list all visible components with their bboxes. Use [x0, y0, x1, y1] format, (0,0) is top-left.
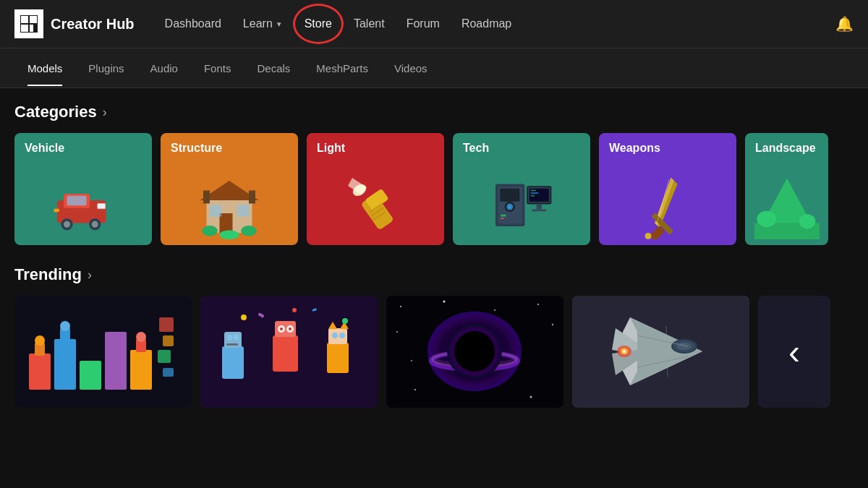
- store-circle: Store: [305, 17, 332, 30]
- nav-dashboard[interactable]: Dashboard: [156, 12, 230, 36]
- nav-forum[interactable]: Forum: [398, 12, 448, 36]
- svg-point-26: [241, 226, 257, 236]
- svg-rect-24: [249, 191, 255, 204]
- category-tech[interactable]: Tech: [453, 133, 590, 245]
- tab-decals[interactable]: Decals: [244, 51, 303, 86]
- svg-rect-54: [650, 226, 665, 239]
- category-vehicle-label: Vehicle: [25, 142, 64, 155]
- svg-rect-65: [80, 361, 101, 390]
- trending-item-4[interactable]: [572, 296, 749, 408]
- bell-icon[interactable]: 🔔: [835, 15, 854, 33]
- svg-point-88: [280, 328, 283, 330]
- svg-rect-41: [501, 215, 506, 217]
- tab-meshparts[interactable]: MeshParts: [303, 51, 381, 86]
- nav-talent[interactable]: Talent: [345, 12, 393, 36]
- tab-videos[interactable]: Videos: [381, 51, 441, 86]
- trending-item-2[interactable]: [200, 296, 378, 408]
- top-navigation: Creator Hub Dashboard Learn ▼ Store Tale…: [0, 0, 868, 48]
- category-landscape-label: Landscape: [755, 142, 816, 155]
- svg-rect-21: [210, 205, 221, 216]
- svg-rect-5: [30, 16, 37, 23]
- logo-icon: [14, 9, 43, 38]
- svg-rect-66: [105, 332, 127, 390]
- svg-point-128: [677, 343, 692, 350]
- svg-rect-90: [327, 343, 349, 373]
- categories-arrow[interactable]: ›: [103, 105, 107, 120]
- svg-point-108: [414, 389, 416, 390]
- tab-audio[interactable]: Audio: [137, 51, 191, 86]
- trending-header: Trending ›: [14, 265, 854, 284]
- svg-rect-22: [237, 205, 249, 216]
- svg-point-73: [136, 332, 146, 342]
- svg-point-93: [339, 333, 345, 338]
- trending-item-3[interactable]: [386, 296, 563, 408]
- category-light-label: Light: [317, 142, 345, 155]
- trending-2-image: [200, 296, 378, 408]
- svg-point-71: [60, 321, 70, 331]
- svg-rect-75: [163, 335, 174, 346]
- svg-point-97: [292, 308, 297, 312]
- trending-next-chevron[interactable]: ‹: [788, 332, 800, 372]
- nav-roadmap[interactable]: Roadmap: [453, 12, 520, 36]
- learn-dropdown-arrow: ▼: [276, 20, 283, 28]
- svg-point-103: [443, 301, 446, 303]
- svg-rect-67: [130, 350, 152, 390]
- svg-point-102: [400, 306, 401, 307]
- svg-point-105: [537, 304, 539, 305]
- svg-rect-50: [531, 195, 535, 197]
- trending-3-image: [386, 296, 563, 408]
- svg-point-55: [645, 233, 652, 239]
- light-icon: [343, 174, 408, 239]
- tabs-bar: Models Plugins Audio Fonts Decals MeshPa…: [0, 48, 868, 88]
- svg-point-92: [332, 333, 338, 338]
- category-vehicle[interactable]: Vehicle: [14, 133, 152, 245]
- svg-point-106: [552, 324, 553, 325]
- svg-point-61: [799, 214, 815, 228]
- svg-point-98: [342, 318, 348, 324]
- categories-grid: Vehicle Structure: [14, 133, 854, 245]
- svg-rect-49: [531, 192, 539, 194]
- svg-point-89: [289, 328, 292, 330]
- trending-4-image: [572, 296, 749, 408]
- svg-point-27: [220, 230, 239, 239]
- svg-point-14: [92, 221, 98, 228]
- svg-rect-42: [501, 218, 504, 219]
- nav-learn[interactable]: Learn ▼: [234, 12, 292, 36]
- svg-point-25: [202, 226, 218, 236]
- svg-rect-83: [226, 343, 238, 346]
- svg-rect-20: [220, 213, 233, 233]
- categories-title: Categories: [14, 103, 97, 121]
- svg-rect-6: [21, 25, 28, 32]
- trending-item-1[interactable]: [14, 296, 192, 408]
- svg-rect-16: [98, 204, 106, 209]
- landscape-icon: [754, 174, 820, 239]
- category-structure[interactable]: Structure: [161, 133, 298, 245]
- svg-point-12: [64, 221, 70, 228]
- tab-plugins[interactable]: Plugins: [75, 51, 137, 86]
- svg-rect-4: [21, 16, 28, 23]
- svg-rect-79: [222, 346, 244, 379]
- category-weapons-label: Weapons: [609, 142, 660, 155]
- svg-point-96: [241, 314, 247, 320]
- category-light[interactable]: Light: [307, 133, 444, 245]
- trending-1-image: [14, 296, 192, 408]
- svg-point-104: [494, 309, 495, 311]
- trending-arrow[interactable]: ›: [88, 267, 92, 283]
- category-landscape[interactable]: Landscape: [745, 133, 828, 245]
- trending-item-5[interactable]: ‹: [758, 296, 830, 408]
- svg-rect-82: [234, 335, 239, 340]
- svg-point-69: [35, 335, 45, 346]
- category-structure-label: Structure: [171, 142, 222, 155]
- nav-links: Dashboard Learn ▼ Store Talent Forum Roa…: [156, 12, 835, 36]
- logo-area[interactable]: Creator Hub: [14, 9, 135, 38]
- svg-point-109: [530, 396, 532, 398]
- svg-point-107: [396, 331, 398, 333]
- category-weapons[interactable]: Weapons: [599, 133, 736, 245]
- svg-point-60: [757, 211, 776, 228]
- svg-rect-74: [159, 317, 174, 332]
- svg-point-40: [509, 205, 511, 208]
- app-title: Creator Hub: [51, 16, 135, 33]
- tab-models[interactable]: Models: [14, 51, 75, 86]
- nav-store[interactable]: Store: [296, 12, 341, 36]
- tab-fonts[interactable]: Fonts: [191, 51, 244, 86]
